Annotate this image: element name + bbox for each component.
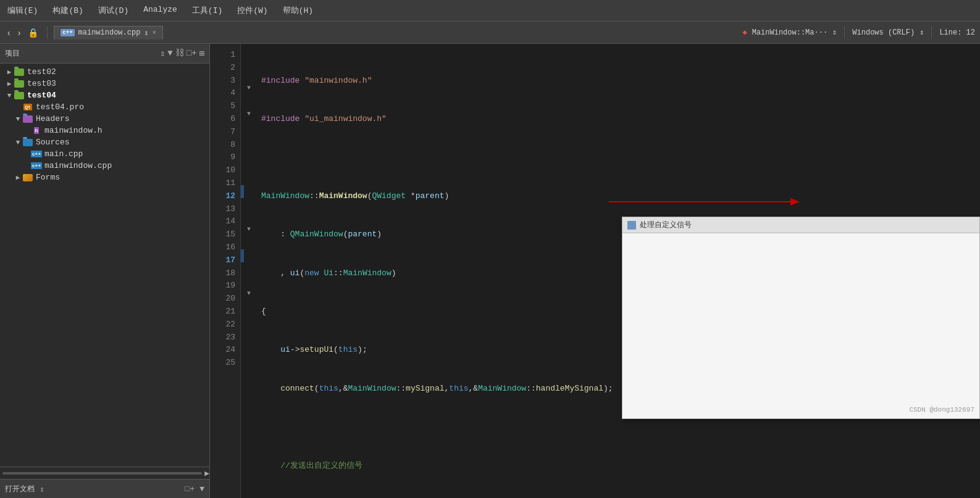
lock-button[interactable]: 🔒 [25,27,41,39]
menu-widgets[interactable]: 控件(W) [235,4,270,17]
menu-edit[interactable]: 编辑(E) [5,4,40,17]
folder-icon-test04 [14,91,25,100]
open-docs-collapse[interactable]: ▼ [199,484,204,494]
image-icon[interactable]: ⊞ [199,48,204,59]
ca-5 [244,95,254,108]
line-num-23: 23 [210,331,235,344]
sidebar-item-test03[interactable]: ▶ test03 [0,78,209,89]
sidebar-item-label-mainwindow-cpp: mainwindow.cpp [44,161,112,170]
menu-help[interactable]: 帮助(H) [280,4,316,17]
ca-6[interactable]: ▼ [244,108,254,121]
sidebar-scroll-right[interactable]: ▶ [204,468,209,478]
collapse-arrow-headers[interactable]: ▼ [14,115,22,123]
popup-body [622,233,979,418]
line-num-8: 8 [210,139,235,152]
menu-build[interactable]: 构建(B) [50,4,85,17]
add-icon[interactable]: □+ [186,48,197,59]
nav-buttons: ‹ › 🔒 [5,27,41,39]
open-docs-add[interactable]: □+ [185,484,195,494]
pink-icon: ◆ [742,28,747,37]
line-num-21: 21 [210,305,235,318]
sidebar-item-test04[interactable]: ▼ test04 [0,89,209,101]
line-num-14: 14 [210,215,235,228]
menu-analyze[interactable]: Analyze [141,4,180,17]
ca-11 [244,172,254,185]
sidebar-item-label-sources: Sources [36,138,70,147]
ca-12 [244,185,254,198]
ca-20[interactable]: ▼ [244,288,254,301]
ca-16 [244,236,254,249]
ca-15[interactable]: ▼ [244,223,254,236]
line-num-2: 2 [210,62,235,75]
main-layout: 项目 ⇕ ▼ ⛓ □+ ⊞ ▶ test02 ▶ test0 [0,44,980,498]
file-tab-label: mainwindow.cpp [78,28,141,37]
ca-10 [244,159,254,172]
sort-icon[interactable]: ⇕ [160,48,165,59]
popup-window[interactable]: 处理自定义信号 CSDN @dong132697 [622,217,980,419]
sidebar-item-sources[interactable]: ▼ Sources [0,136,209,148]
cpp-file-icon-mainwindow: c++ [31,162,42,170]
sidebar-item-forms[interactable]: ▶ Forms [0,172,209,183]
open-docs-sort[interactable]: ⇕ [40,484,44,494]
watermark: CSDN @dong132697 [909,406,974,413]
ca-18 [244,262,254,275]
line-num-15: 15 [210,228,235,241]
sidebar-bottom: 打开文档 ⇕ □+ ▼ [0,479,209,498]
code-line-10 [261,421,973,434]
sidebar-item-mainwindow-cpp[interactable]: c++ mainwindow.cpp [0,160,209,172]
file-sort-icon[interactable]: ⇕ [144,28,148,38]
filter-icon[interactable]: ▼ [167,48,172,59]
file-close-button[interactable]: × [153,29,157,36]
toolbar-divider-1 [47,27,48,39]
main-toolbar: ‹ › 🔒 c++ mainwindow.cpp ⇕ × ◆ MainWindo… [0,22,980,44]
line-num-4: 4 [210,87,235,100]
ca-19 [244,275,254,288]
ca-8 [244,134,254,147]
forward-button[interactable]: › [15,27,23,39]
sidebar-item-test04-pro[interactable]: Qt test04.pro [0,101,209,113]
sidebar-item-label-test04: test04 [27,91,56,100]
line-num-3: 3 [210,75,235,88]
line-ending-sort-icon[interactable]: ⇕ [919,28,924,37]
func-sort-icon[interactable]: ⇕ [832,28,837,37]
line-num-20: 20 [210,293,235,305]
link-icon[interactable]: ⛓ [175,48,184,59]
sidebar-header-icons: ⇕ ▼ ⛓ □+ ⊞ [160,48,204,59]
sidebar-item-headers[interactable]: ▼ Headers [0,113,209,125]
sidebar: 项目 ⇕ ▼ ⛓ □+ ⊞ ▶ test02 ▶ test0 [0,44,210,498]
ca-22 [244,313,254,326]
folder-icon-test03 [14,80,25,88]
pro-file-icon: Qt [22,103,33,112]
sidebar-item-mainwindow-h[interactable]: h mainwindow.h [0,125,209,136]
cpp-file-icon: c++ [61,29,74,36]
ca-4[interactable]: ▼ [244,82,254,95]
line-info-label: Line: 12 [939,28,975,37]
code-line-2: #include "ui_mainwindow.h" [261,113,973,126]
h-file-icon: h [31,127,42,135]
collapse-arrow-sources[interactable]: ▼ [14,139,22,146]
menu-tools[interactable]: 工具(I) [190,4,225,17]
collapse-arrow-test03[interactable]: ▶ [5,80,14,88]
code-line-4: MainWindow::MainWindow(QWidget *parent) [261,190,973,203]
sidebar-scrollbar[interactable]: ▶ [0,467,209,479]
sidebar-item-main-cpp[interactable]: c++ main.cpp [0,148,209,160]
menu-debug[interactable]: 调试(D) [96,4,131,17]
back-button[interactable]: ‹ [5,27,13,39]
collapse-arrow-test04[interactable]: ▼ [5,92,14,99]
ca-24 [244,339,254,352]
collapse-arrow-test02[interactable]: ▶ [5,68,14,76]
ca-25 [244,352,254,365]
ca-3 [244,70,254,83]
code-line-3 [261,151,973,164]
sidebar-item-label-test03: test03 [27,79,56,88]
ca-21 [244,301,254,313]
func-name-label: MainWindow::Ma··· [752,28,827,37]
collapse-arrow-forms[interactable]: ▶ [14,173,22,181]
sidebar-item-test02[interactable]: ▶ test02 [0,66,209,78]
file-tree: ▶ test02 ▶ test03 ▼ test04 Qt [0,64,209,467]
sidebar-header-label: 项目 [5,48,20,59]
menubar: 编辑(E) 构建(B) 调试(D) Analyze 工具(I) 控件(W) 帮助… [0,0,980,22]
code-line-1: #include "mainwindow.h" [261,75,973,88]
toolbar-divider-3 [931,27,932,39]
file-tab-mainwindow-cpp[interactable]: c++ mainwindow.cpp ⇕ × [54,26,163,39]
